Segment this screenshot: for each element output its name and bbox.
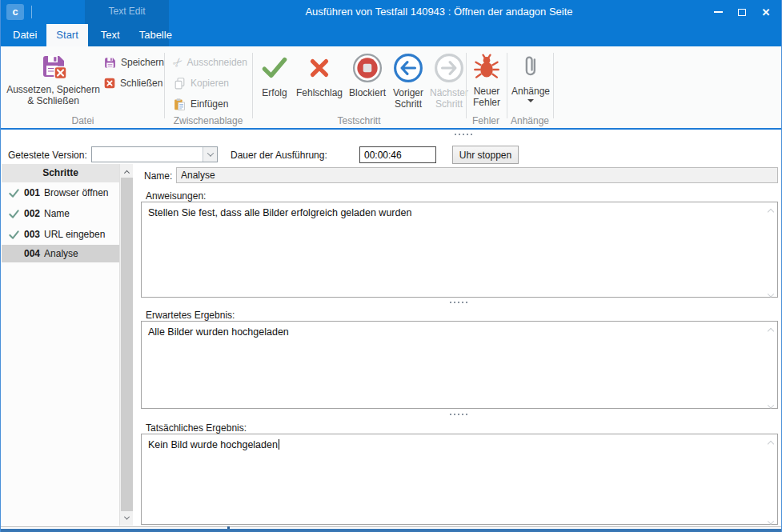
tab-datei[interactable]: Datei [3, 24, 46, 46]
app-icon[interactable]: c [6, 4, 24, 20]
blocked-label: Blockiert [346, 87, 389, 98]
copy-button: Kopieren [173, 75, 229, 91]
steps-panel: Schritte 001 Browser öffnen 002 Name 0 [2, 164, 119, 526]
minimize-icon [714, 11, 723, 13]
window-title: Ausführen von Testfall 140943 : Öffnen d… [169, 0, 709, 24]
step-label: Analyse [44, 248, 78, 259]
textarea-scroll-down-icon[interactable] [768, 288, 775, 294]
close-button[interactable]: ✕ [754, 0, 778, 24]
instructions-textarea[interactable]: Stellen Sie fest, dass alle Bilder erfol… [141, 202, 778, 298]
tab-text[interactable]: Text [91, 24, 130, 46]
paperclip-icon [517, 53, 544, 82]
actual-result-textarea[interactable]: Kein Bild wurde hochgeladen [141, 434, 778, 525]
expected-result-textarea[interactable]: Alle Bilder wurden hochgeladen [141, 321, 778, 409]
next-step-icon [434, 53, 464, 83]
step-row-004-selected[interactable]: 004 Analyse [2, 245, 119, 262]
chevron-down-icon [207, 150, 213, 156]
stop-clock-button[interactable]: Uhr stoppen [452, 146, 519, 164]
floppy-icon [103, 56, 117, 70]
group-separator [252, 53, 253, 118]
textarea-scroll-down-icon[interactable] [768, 399, 775, 406]
tab-tabelle[interactable]: Tabelle [130, 24, 182, 46]
ribbon-tabs: Datei Start Text Tabelle [1, 24, 182, 46]
horizontal-splitter-grip[interactable] [455, 134, 474, 136]
floppy-close-icon [40, 53, 67, 80]
fail-x-icon [304, 53, 335, 83]
attachments-label: Anhänge [510, 86, 551, 97]
app-window: Text Edit c Ausführen von Testfall 14094… [0, 0, 782, 532]
new-error-button[interactable]: Neuer Fehler [469, 49, 504, 122]
previous-step-icon [393, 53, 423, 83]
dropdown-caret-icon [527, 99, 534, 102]
tested-version-label: Getestete Version: [8, 150, 87, 161]
group-separator [466, 53, 467, 118]
tab-start[interactable]: Start [46, 24, 87, 46]
close-testcase-button[interactable]: Schließen [103, 75, 162, 91]
title-bar: Text Edit c Ausführen von Testfall 14094… [1, 0, 781, 46]
next-step-button: Nächster Schritt [428, 49, 470, 122]
combobox-dropdown-button[interactable] [203, 147, 217, 162]
main-area: Schritte 001 Browser öffnen 002 Name 0 [2, 164, 780, 526]
steps-scrollbar[interactable] [119, 164, 133, 526]
text-cursor [279, 439, 279, 450]
step-number: 003 [24, 229, 40, 240]
success-check-icon [259, 53, 290, 83]
ribbon: Aussetzen, Speichern & Schließen Speiche… [2, 46, 780, 128]
suspend-save-close-label: Aussetzen, Speichern & Schließen [6, 84, 100, 106]
minimize-button[interactable] [706, 0, 730, 24]
scrollbar-thumb[interactable] [121, 178, 133, 511]
maximize-button[interactable] [730, 0, 754, 24]
scrollbar-up-button[interactable] [120, 164, 134, 178]
scissors-icon: ✂ [169, 54, 186, 71]
step-row-002[interactable]: 002 Name [2, 203, 119, 224]
save-label: Speichern [121, 57, 164, 68]
close-testcase-label: Schließen [120, 78, 162, 89]
group-label-datei: Datei [2, 115, 164, 126]
copy-icon [173, 77, 186, 90]
bottom-border-tick [227, 526, 230, 529]
textarea-scroll-up-icon[interactable] [768, 437, 775, 443]
suspend-save-close-button[interactable]: Aussetzen, Speichern & Schließen [6, 49, 100, 122]
actual-result-label: Tatsächliches Ergebnis: [146, 422, 247, 434]
paste-label: Einfügen [190, 98, 228, 110]
textarea-scroll-down-icon[interactable] [768, 515, 775, 522]
blocked-icon [352, 53, 383, 83]
name-input[interactable] [176, 167, 778, 183]
previous-step-button[interactable]: Voriger Schritt [389, 49, 427, 122]
instructions-label: Anweisungen: [146, 190, 206, 202]
paste-button[interactable]: Einfügen [173, 96, 228, 112]
name-label: Name: [144, 170, 172, 182]
actual-result-text: Kein Bild wurde hochgeladen [148, 439, 278, 450]
tested-version-combobox[interactable] [91, 146, 218, 162]
success-button[interactable]: Erfolg [256, 49, 293, 122]
maximize-icon [738, 9, 746, 16]
textarea-scroll-up-icon[interactable] [768, 205, 775, 211]
blocked-button[interactable]: Blockiert [346, 49, 389, 122]
save-button[interactable]: Speichern [103, 54, 164, 70]
step-check-icon [8, 208, 24, 220]
attachments-button[interactable]: Anhänge [510, 49, 551, 122]
execution-toolbar: Getestete Version: Dauer der Ausführung:… [2, 130, 780, 164]
contextual-tab-label: Text Edit [85, 6, 169, 17]
step-row-003[interactable]: 003 URL eingeben [2, 224, 119, 245]
previous-step-label: Voriger Schritt [389, 87, 427, 110]
section-splitter-grip[interactable] [450, 414, 469, 416]
step-number: 002 [24, 208, 40, 219]
tested-version-input[interactable] [92, 147, 203, 162]
step-label: Browser öffnen [44, 187, 109, 198]
duration-input[interactable] [359, 146, 436, 163]
cut-button: ✂ Ausschneiden [173, 54, 247, 70]
group-separator [507, 53, 507, 118]
chevron-up-icon [124, 170, 130, 176]
group-separator [164, 53, 165, 118]
window-bottom-border [1, 529, 781, 532]
fail-button[interactable]: Fehlschlag [293, 49, 346, 122]
scrollbar-down-button[interactable] [120, 511, 134, 525]
section-splitter-grip[interactable] [450, 302, 469, 304]
step-row-001[interactable]: 001 Browser öffnen [2, 182, 119, 203]
group-label-anhaenge: Anhänge [507, 115, 553, 126]
textarea-scroll-up-icon[interactable] [768, 324, 775, 330]
instructions-text: Stellen Sie fest, dass alle Bilder erfol… [148, 207, 411, 218]
step-check-icon [8, 187, 24, 199]
steps-header: Schritte [2, 164, 119, 182]
